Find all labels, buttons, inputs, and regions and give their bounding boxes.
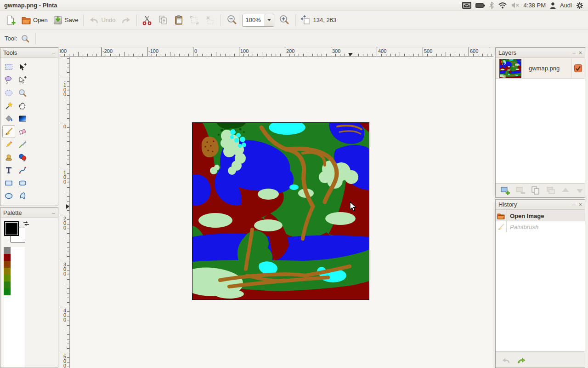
zoom-dropdown-button[interactable] <box>265 14 274 26</box>
history-redo-button[interactable] <box>516 355 527 365</box>
copy-button[interactable] <box>155 14 171 27</box>
palette-panel-title: Palette <box>3 209 22 216</box>
minimize-button[interactable]: – <box>52 210 55 216</box>
minimize-button[interactable]: – <box>572 50 576 56</box>
minimize-button[interactable]: – <box>572 202 576 207</box>
tool-paintbrush[interactable] <box>2 125 15 138</box>
wifi-icon[interactable] <box>498 2 507 9</box>
tool-recolor[interactable] <box>16 151 29 164</box>
current-tool-zoom-icon[interactable] <box>21 34 30 43</box>
tool-lasso-select[interactable] <box>2 74 15 86</box>
ruler-label: -100 <box>148 48 158 54</box>
crop-to-selection-button[interactable] <box>187 14 202 27</box>
paste-button[interactable] <box>171 14 187 27</box>
palette-swatch[interactable] <box>4 288 11 295</box>
tool-ellipse[interactable] <box>2 190 15 202</box>
tool-magic-wand[interactable] <box>2 99 15 112</box>
remove-layer-button[interactable] <box>515 186 526 195</box>
open-button[interactable]: Open <box>18 14 50 27</box>
history-item-open-image[interactable]: Open Image <box>496 210 585 221</box>
palette-swatch[interactable] <box>4 261 11 268</box>
ruler-label: 600 <box>470 48 478 54</box>
tool-move-selected[interactable] <box>16 61 29 74</box>
new-image-button[interactable] <box>3 14 18 27</box>
canvas-image[interactable] <box>192 122 369 300</box>
undo-button[interactable]: Undo <box>86 14 118 27</box>
tool-pan[interactable] <box>16 99 29 112</box>
toolbar-separator <box>35 33 36 45</box>
tool-eraser[interactable] <box>16 125 29 138</box>
layers-panel: Layers – × gwmap.png <box>495 47 585 198</box>
layer-row[interactable]: gwmap.png <box>496 58 585 79</box>
palette-swatch[interactable] <box>4 247 11 254</box>
undo-icon <box>89 15 100 26</box>
color-selector <box>4 220 58 249</box>
add-layer-button[interactable] <box>500 186 510 195</box>
palette-swatch[interactable] <box>4 275 11 282</box>
volume-muted-icon[interactable] <box>511 2 520 8</box>
tool-rounded-rectangle[interactable] <box>16 177 29 190</box>
close-button[interactable]: × <box>579 50 582 56</box>
history-item-paintbrush[interactable]: Paintbrush <box>496 221 585 232</box>
toolbar-separator <box>220 14 221 26</box>
save-button[interactable]: Save <box>50 14 81 27</box>
palette-swatch[interactable] <box>4 254 11 261</box>
history-panel-header: History – × <box>496 200 585 210</box>
swap-colors-icon[interactable] <box>23 220 30 227</box>
duplicate-layer-button[interactable] <box>531 186 541 195</box>
merge-layer-down-button[interactable] <box>546 186 556 195</box>
tool-gradient[interactable] <box>16 112 29 125</box>
tool-ellipse-select[interactable] <box>2 86 15 99</box>
layer-visibility-checkbox[interactable] <box>574 64 582 72</box>
cut-button[interactable] <box>140 14 155 27</box>
battery-icon[interactable] <box>475 3 485 8</box>
palette-swatch-strip <box>4 247 25 368</box>
tool-text[interactable] <box>2 164 15 177</box>
minimize-button[interactable]: – <box>52 50 55 56</box>
horizontal-ruler: -300 -200 -100 0 100 200 300 400 500 600 <box>60 47 493 57</box>
username[interactable]: Audi <box>560 2 572 9</box>
move-layer-up-button[interactable] <box>561 186 570 195</box>
redo-button[interactable] <box>118 14 134 27</box>
bluetooth-icon[interactable] <box>489 2 494 9</box>
system-tray: 4:38 PM Audi <box>462 2 588 9</box>
ruler-position-marker-h <box>348 53 353 56</box>
primary-color[interactable] <box>4 221 19 236</box>
tool-pencil[interactable] <box>2 138 15 151</box>
mail-icon[interactable] <box>462 2 471 9</box>
close-button[interactable]: × <box>579 202 582 207</box>
tool-rectangle-select[interactable] <box>2 61 15 74</box>
palette-swatch[interactable] <box>4 282 11 288</box>
tool-line-curve[interactable] <box>16 164 29 177</box>
tool-clone-stamp[interactable] <box>2 151 15 164</box>
history-panel-title: History <box>498 201 517 208</box>
deselect-button[interactable] <box>202 14 218 27</box>
layer-name: gwmap.png <box>524 65 560 72</box>
tool-options-label: Tool: <box>5 35 17 42</box>
tool-color-picker[interactable] <box>16 138 29 151</box>
layers-list: gwmap.png <box>496 58 585 183</box>
title-bar: gwmap.png - Pinta 4:38 PM Audi <box>0 0 588 11</box>
save-icon <box>52 15 63 26</box>
zoom-level-value[interactable]: 100% <box>243 14 265 26</box>
tool-paint-bucket[interactable] <box>2 112 15 125</box>
tool-freeform-shape[interactable] <box>16 190 29 202</box>
zoom-level-combo[interactable]: 100% <box>242 14 274 27</box>
tool-zoom[interactable] <box>16 86 29 99</box>
zoom-in-button[interactable] <box>276 13 293 27</box>
tool-rectangle[interactable] <box>2 177 15 190</box>
ruler-label: 400 <box>378 48 386 54</box>
layer-thumbnail <box>499 59 521 78</box>
clock[interactable]: 4:38 PM <box>524 2 546 9</box>
cut-icon <box>142 15 153 26</box>
palette-panel-header: Palette – <box>0 208 58 218</box>
zoom-out-button[interactable] <box>224 13 240 27</box>
copy-icon <box>158 15 169 26</box>
palette-swatch[interactable] <box>4 268 11 275</box>
session-gear-icon[interactable] <box>576 2 583 9</box>
tool-move-selection[interactable] <box>16 74 29 86</box>
palette-panel: Palette – <box>0 207 58 368</box>
move-layer-down-button[interactable] <box>575 186 584 195</box>
ruler-label: 0 <box>62 124 67 128</box>
history-undo-button[interactable] <box>500 355 511 365</box>
